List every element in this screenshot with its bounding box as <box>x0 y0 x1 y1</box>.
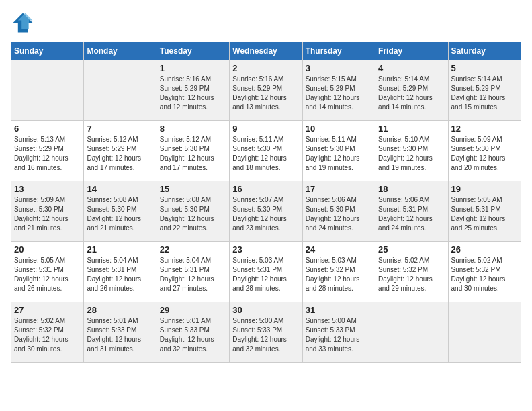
day-cell: 27 Sunrise: 5:02 AMSunset: 5:32 PMDaylig… <box>11 302 84 363</box>
day-cell: 22 Sunrise: 5:04 AMSunset: 5:31 PMDaylig… <box>157 242 229 302</box>
day-info: Sunrise: 5:11 AMSunset: 5:30 PMDaylight:… <box>232 135 299 173</box>
day-number: 27 <box>14 305 81 315</box>
day-number: 2 <box>232 63 299 73</box>
header-day-friday: Friday <box>375 42 448 60</box>
day-cell: 3 Sunrise: 5:15 AMSunset: 5:29 PMDayligh… <box>302 60 375 121</box>
logo-icon <box>11 11 35 35</box>
day-number: 25 <box>378 244 445 255</box>
day-number: 28 <box>87 305 153 315</box>
header-day-tuesday: Tuesday <box>157 42 229 60</box>
day-info: Sunrise: 5:02 AMSunset: 5:32 PMDaylight:… <box>378 256 445 293</box>
day-cell: 9 Sunrise: 5:11 AMSunset: 5:30 PMDayligh… <box>230 121 302 181</box>
day-info: Sunrise: 5:16 AMSunset: 5:29 PMDaylight:… <box>232 75 299 112</box>
day-cell: 10 Sunrise: 5:11 AMSunset: 5:30 PMDaylig… <box>302 121 375 181</box>
week-row-4: 20 Sunrise: 5:05 AMSunset: 5:31 PMDaylig… <box>11 242 521 302</box>
day-number: 29 <box>160 305 226 315</box>
day-cell <box>375 302 448 363</box>
day-cell: 29 Sunrise: 5:01 AMSunset: 5:33 PMDaylig… <box>157 302 229 363</box>
day-cell: 14 Sunrise: 5:08 AMSunset: 5:30 PMDaylig… <box>84 181 157 242</box>
header-row: SundayMondayTuesdayWednesdayThursdayFrid… <box>11 42 521 60</box>
day-number: 13 <box>14 184 81 194</box>
day-number: 23 <box>232 244 299 255</box>
day-cell: 6 Sunrise: 5:13 AMSunset: 5:29 PMDayligh… <box>11 121 84 181</box>
day-info: Sunrise: 5:06 AMSunset: 5:31 PMDaylight:… <box>378 195 445 233</box>
day-info: Sunrise: 5:14 AMSunset: 5:29 PMDaylight:… <box>378 75 445 112</box>
day-number: 20 <box>14 244 81 255</box>
day-info: Sunrise: 5:16 AMSunset: 5:29 PMDaylight:… <box>160 75 226 112</box>
day-info: Sunrise: 5:10 AMSunset: 5:30 PMDaylight:… <box>378 135 445 173</box>
day-cell: 31 Sunrise: 5:00 AMSunset: 5:33 PMDaylig… <box>302 302 375 363</box>
day-cell: 23 Sunrise: 5:03 AMSunset: 5:31 PMDaylig… <box>230 242 302 302</box>
day-info: Sunrise: 5:08 AMSunset: 5:30 PMDaylight:… <box>160 195 226 233</box>
day-cell: 5 Sunrise: 5:14 AMSunset: 5:29 PMDayligh… <box>448 60 521 121</box>
day-info: Sunrise: 5:15 AMSunset: 5:29 PMDaylight:… <box>306 75 372 112</box>
day-info: Sunrise: 5:08 AMSunset: 5:30 PMDaylight:… <box>87 195 153 233</box>
day-info: Sunrise: 5:00 AMSunset: 5:33 PMDaylight:… <box>306 316 372 354</box>
day-cell: 16 Sunrise: 5:07 AMSunset: 5:30 PMDaylig… <box>230 181 302 242</box>
day-cell: 25 Sunrise: 5:02 AMSunset: 5:32 PMDaylig… <box>375 242 448 302</box>
day-cell: 12 Sunrise: 5:09 AMSunset: 5:30 PMDaylig… <box>448 121 521 181</box>
day-cell: 28 Sunrise: 5:01 AMSunset: 5:33 PMDaylig… <box>84 302 157 363</box>
week-row-5: 27 Sunrise: 5:02 AMSunset: 5:32 PMDaylig… <box>11 302 521 363</box>
day-cell: 18 Sunrise: 5:06 AMSunset: 5:31 PMDaylig… <box>375 181 448 242</box>
day-info: Sunrise: 5:09 AMSunset: 5:30 PMDaylight:… <box>14 195 81 233</box>
day-cell: 7 Sunrise: 5:12 AMSunset: 5:29 PMDayligh… <box>84 121 157 181</box>
day-number: 11 <box>378 124 445 134</box>
day-cell: 8 Sunrise: 5:12 AMSunset: 5:30 PMDayligh… <box>157 121 229 181</box>
day-number: 6 <box>14 124 81 134</box>
day-info: Sunrise: 5:13 AMSunset: 5:29 PMDaylight:… <box>14 135 81 173</box>
day-cell: 1 Sunrise: 5:16 AMSunset: 5:29 PMDayligh… <box>157 60 229 121</box>
day-number: 5 <box>451 63 518 73</box>
day-cell: 21 Sunrise: 5:04 AMSunset: 5:31 PMDaylig… <box>84 242 157 302</box>
day-cell <box>448 302 521 363</box>
logo <box>11 11 38 35</box>
day-cell: 17 Sunrise: 5:06 AMSunset: 5:30 PMDaylig… <box>302 181 375 242</box>
header-day-saturday: Saturday <box>448 42 521 60</box>
day-number: 8 <box>160 124 226 134</box>
day-info: Sunrise: 5:06 AMSunset: 5:30 PMDaylight:… <box>306 195 372 233</box>
day-number: 17 <box>306 184 372 194</box>
day-info: Sunrise: 5:02 AMSunset: 5:32 PMDaylight:… <box>451 256 518 293</box>
header-day-wednesday: Wednesday <box>230 42 302 60</box>
day-number: 3 <box>306 63 372 73</box>
day-number: 16 <box>232 184 299 194</box>
day-info: Sunrise: 5:01 AMSunset: 5:33 PMDaylight:… <box>87 316 153 354</box>
day-number: 26 <box>451 244 518 255</box>
day-number: 24 <box>306 244 372 255</box>
day-number: 15 <box>160 184 226 194</box>
day-cell <box>84 60 157 121</box>
day-number: 7 <box>87 124 153 134</box>
day-info: Sunrise: 5:03 AMSunset: 5:31 PMDaylight:… <box>232 256 299 293</box>
day-info: Sunrise: 5:01 AMSunset: 5:33 PMDaylight:… <box>160 316 226 354</box>
day-cell: 26 Sunrise: 5:02 AMSunset: 5:32 PMDaylig… <box>448 242 521 302</box>
day-info: Sunrise: 5:03 AMSunset: 5:32 PMDaylight:… <box>306 256 372 293</box>
week-row-1: 1 Sunrise: 5:16 AMSunset: 5:29 PMDayligh… <box>11 60 521 121</box>
header-day-sunday: Sunday <box>11 42 84 60</box>
day-number: 9 <box>232 124 299 134</box>
day-info: Sunrise: 5:09 AMSunset: 5:30 PMDaylight:… <box>451 135 518 173</box>
day-number: 22 <box>160 244 226 255</box>
day-number: 31 <box>306 305 372 315</box>
day-cell: 11 Sunrise: 5:10 AMSunset: 5:30 PMDaylig… <box>375 121 448 181</box>
day-number: 21 <box>87 244 153 255</box>
day-info: Sunrise: 5:02 AMSunset: 5:32 PMDaylight:… <box>14 316 81 354</box>
header-day-monday: Monday <box>84 42 157 60</box>
day-cell: 20 Sunrise: 5:05 AMSunset: 5:31 PMDaylig… <box>11 242 84 302</box>
day-cell: 4 Sunrise: 5:14 AMSunset: 5:29 PMDayligh… <box>375 60 448 121</box>
day-info: Sunrise: 5:14 AMSunset: 5:29 PMDaylight:… <box>451 75 518 112</box>
day-number: 12 <box>451 124 518 134</box>
day-info: Sunrise: 5:12 AMSunset: 5:29 PMDaylight:… <box>87 135 153 173</box>
week-row-3: 13 Sunrise: 5:09 AMSunset: 5:30 PMDaylig… <box>11 181 521 242</box>
day-number: 1 <box>160 63 226 73</box>
day-info: Sunrise: 5:04 AMSunset: 5:31 PMDaylight:… <box>160 256 226 293</box>
day-info: Sunrise: 5:00 AMSunset: 5:33 PMDaylight:… <box>232 316 299 354</box>
header-day-thursday: Thursday <box>302 42 375 60</box>
day-cell <box>11 60 84 121</box>
day-number: 19 <box>451 184 518 194</box>
day-cell: 2 Sunrise: 5:16 AMSunset: 5:29 PMDayligh… <box>230 60 302 121</box>
day-number: 14 <box>87 184 153 194</box>
calendar-table: SundayMondayTuesdayWednesdayThursdayFrid… <box>11 42 521 363</box>
day-cell: 19 Sunrise: 5:05 AMSunset: 5:31 PMDaylig… <box>448 181 521 242</box>
day-number: 10 <box>306 124 372 134</box>
day-number: 4 <box>378 63 445 73</box>
